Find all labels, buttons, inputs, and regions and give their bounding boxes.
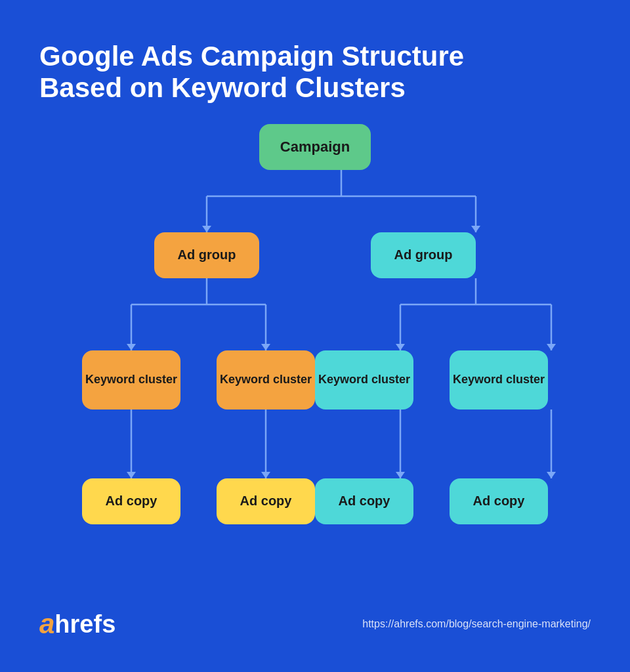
svg-marker-5 (471, 226, 480, 232)
keyword-cluster-1: Keyword cluster (82, 350, 180, 410)
page-title: Google Ads Campaign StructureBased on Ke… (39, 41, 464, 104)
campaign-node: Campaign (259, 124, 371, 170)
svg-marker-11 (261, 344, 270, 350)
footer: a hrefs https://ahrefs.com/blog/search-e… (39, 610, 591, 638)
svg-marker-23 (396, 472, 405, 478)
ahrefs-logo: a hrefs (39, 610, 116, 638)
svg-marker-25 (547, 472, 556, 478)
svg-marker-15 (396, 344, 405, 350)
ahrefs-logo-text: hrefs (54, 612, 116, 637)
ad-copy-2: Ad copy (217, 478, 315, 524)
svg-marker-3 (202, 226, 211, 232)
svg-marker-19 (127, 472, 136, 478)
svg-marker-9 (127, 344, 136, 350)
keyword-cluster-4: Keyword cluster (450, 350, 548, 410)
svg-marker-17 (547, 344, 556, 350)
svg-marker-21 (261, 472, 270, 478)
adgroup-left-node: Ad group (154, 232, 259, 278)
main-card: Google Ads Campaign StructureBased on Ke… (13, 14, 617, 658)
keyword-cluster-3: Keyword cluster (315, 350, 413, 410)
adgroup-right-node: Ad group (371, 232, 476, 278)
diagram: Campaign Ad group Ad group Keyword clust… (39, 124, 591, 597)
ad-copy-1: Ad copy (82, 478, 180, 524)
ahrefs-logo-a: a (39, 610, 54, 638)
ad-copy-3: Ad copy (315, 478, 413, 524)
keyword-cluster-2: Keyword cluster (217, 350, 315, 410)
footer-url: https://ahrefs.com/blog/search-engine-ma… (362, 618, 591, 630)
ad-copy-4: Ad copy (450, 478, 548, 524)
